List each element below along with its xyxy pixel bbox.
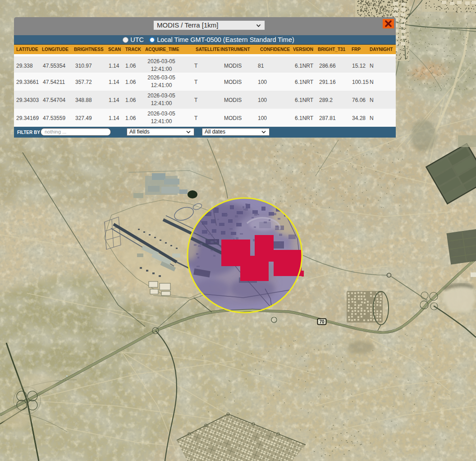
svg-text:70: 70 <box>319 319 325 324</box>
